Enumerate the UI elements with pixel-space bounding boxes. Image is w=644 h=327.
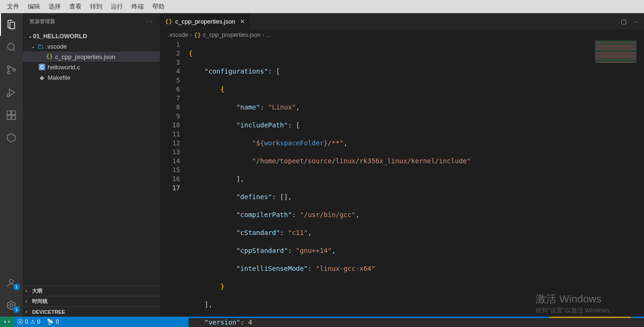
svg-rect-7 [7, 116, 11, 119]
breadcrumb-more[interactable]: ... [266, 32, 271, 38]
explorer-title: 资源管理器 [29, 18, 55, 25]
section-timeline[interactable]: › 时间线 [23, 296, 160, 306]
explorer-sidebar: 资源管理器 ··· ⌄ 01_HELLOWORLD ⌄ 🗀 .vscode {}… [23, 13, 160, 317]
radio-icon: 📡 [47, 319, 54, 325]
status-ports[interactable]: 📡0 [43, 317, 62, 327]
settings-badge: 1 [13, 306, 20, 313]
svg-point-2 [8, 72, 10, 74]
chevron-down-icon: ⌄ [27, 34, 33, 39]
file-label: Makefile [48, 74, 70, 81]
file-helloworld[interactable]: C helloworld.c [23, 62, 160, 72]
status-problems[interactable]: ⓧ0 ⚠0 [14, 317, 43, 327]
json-icon: {} [165, 18, 173, 25]
menu-run[interactable]: 运行 [107, 2, 127, 11]
menu-help[interactable]: 帮助 [148, 2, 169, 11]
code-editor[interactable]: { "configurations": [ { "name": "Linux",… [189, 40, 644, 317]
file-tree: ⌄ 01_HELLOWORLD ⌄ 🗀 .vscode {} c_cpp_pro… [23, 30, 160, 285]
activity-extensions-icon[interactable] [0, 104, 23, 126]
line-gutter: 12345678 910111213141516 17 [160, 40, 189, 317]
file-makefile[interactable]: ◆ Makefile [23, 72, 160, 83]
split-editor-icon[interactable]: ▢ [621, 18, 627, 25]
section-devicetree[interactable]: › DEVICETREE [23, 306, 160, 317]
activity-debug-icon[interactable] [0, 81, 23, 104]
minimap[interactable] [592, 40, 639, 97]
svg-point-9 [9, 279, 13, 283]
activity-settings-icon[interactable]: 1 [0, 294, 23, 317]
file-ccpp-properties[interactable]: {} c_cpp_properties.json [23, 51, 160, 62]
tab-label: c_cpp_properties.json [175, 18, 235, 25]
menu-edit[interactable]: 编辑 [24, 2, 44, 11]
svg-point-1 [8, 66, 10, 68]
makefile-icon: ◆ [38, 74, 46, 81]
accounts-badge: 1 [13, 284, 20, 290]
menu-bar: 文件 编辑 选择 查看 转到 运行 终端 帮助 [0, 0, 644, 13]
remote-indicator[interactable] [0, 317, 14, 327]
folder-vscode[interactable]: ⌄ 🗀 .vscode [23, 41, 160, 51]
activity-explorer-icon[interactable] [0, 13, 23, 36]
menu-selection[interactable]: 选择 [44, 2, 65, 11]
menu-terminal[interactable]: 终端 [127, 2, 148, 11]
svg-point-10 [10, 304, 13, 307]
close-icon[interactable]: ✕ [240, 18, 245, 25]
project-root[interactable]: ⌄ 01_HELLOWORLD [23, 31, 160, 41]
chevron-right-icon: › [25, 309, 32, 314]
svg-rect-6 [12, 111, 16, 115]
file-label: c_cpp_properties.json [55, 53, 115, 60]
c-file-icon: C [38, 64, 46, 70]
warning-icon: ⚠ [30, 319, 35, 325]
editor-tabs: {} c_cpp_properties.json ✕ ▢ ··· [160, 13, 644, 30]
menu-go[interactable]: 转到 [86, 2, 107, 11]
chevron-right-icon: › [190, 32, 192, 38]
chevron-down-icon: ⌄ [30, 44, 36, 49]
activity-bar: 1 1 [0, 13, 23, 317]
chevron-right-icon: › [25, 288, 32, 293]
chevron-right-icon: › [25, 299, 32, 304]
json-icon: {} [45, 53, 54, 60]
project-name: 01_HELLOWORLD [33, 33, 87, 40]
editor-more-icon[interactable]: ··· [633, 18, 638, 25]
json-icon: {} [194, 32, 201, 39]
menu-file[interactable]: 文件 [3, 2, 24, 11]
menu-view[interactable]: 查看 [65, 2, 86, 11]
section-outline[interactable]: › 大纲 [23, 285, 160, 296]
svg-rect-5 [7, 111, 11, 115]
tab-ccpp-properties[interactable]: {} c_cpp_properties.json ✕ [160, 13, 250, 30]
folder-icon: 🗀 [36, 43, 44, 50]
svg-rect-8 [12, 116, 16, 119]
breadcrumb-file[interactable]: c_cpp_properties.json [203, 32, 260, 38]
svg-point-0 [8, 43, 14, 50]
chevron-right-icon: › [263, 32, 264, 38]
activity-accounts-icon[interactable]: 1 [0, 271, 23, 294]
file-label: helloworld.c [48, 64, 80, 71]
error-icon: ⓧ [17, 318, 23, 326]
activity-hex-icon[interactable] [0, 126, 23, 149]
activity-scm-icon[interactable] [0, 59, 23, 81]
activity-search-icon[interactable] [0, 36, 23, 59]
explorer-more-icon[interactable]: ··· [146, 17, 153, 26]
breadcrumb-folder[interactable]: .vscode [168, 32, 188, 38]
folder-label: .vscode [46, 43, 67, 50]
breadcrumb[interactable]: .vscode › {} c_cpp_properties.json › ... [160, 30, 644, 40]
editor-area: {} c_cpp_properties.json ✕ ▢ ··· .vscode… [160, 13, 644, 317]
